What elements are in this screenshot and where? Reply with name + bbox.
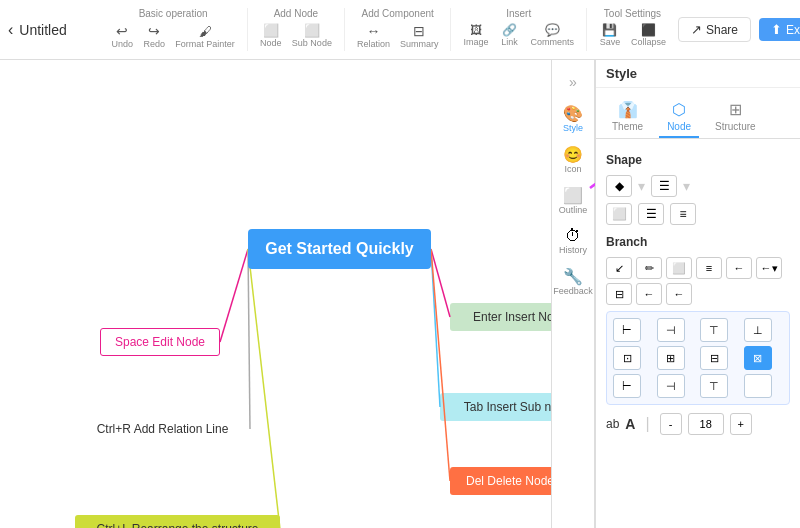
- layout-btn-0-2[interactable]: ⊤: [700, 318, 728, 342]
- font-size-separator: |: [645, 415, 649, 433]
- subnode-button[interactable]: ⬜Sub Node: [288, 21, 336, 50]
- branch-ctrl-rect-btn[interactable]: ⬜: [666, 257, 692, 279]
- branch-ctrl-left-btn[interactable]: ←: [726, 257, 752, 279]
- tab-node[interactable]: ⬡ Node: [659, 96, 699, 138]
- undo-button[interactable]: ↩Undo: [107, 21, 137, 51]
- svg-line-3: [220, 249, 248, 342]
- layout-btn-1-2[interactable]: ⊟: [700, 346, 728, 370]
- node-ctrl-l[interactable]: Ctrl+L Rearrange the structure: [75, 515, 280, 528]
- branch-ctrl-larrow2-btn[interactable]: ←: [666, 283, 692, 305]
- shape-row-2: ⬜ ☰ ≡: [606, 203, 790, 225]
- export-icon: ⬆: [771, 22, 782, 37]
- expand-button[interactable]: »: [569, 68, 577, 96]
- branch-controls-2: ⊟ ← ←: [606, 283, 790, 305]
- layout-btn-0-3[interactable]: ⊥: [744, 318, 772, 342]
- tab-theme[interactable]: 👔 Theme: [604, 96, 651, 138]
- font-size-input[interactable]: [688, 413, 724, 435]
- history-icon: ⏱: [565, 227, 581, 245]
- group-label-addcomp: Add Component: [362, 8, 434, 19]
- export-label: Export: [786, 23, 800, 37]
- strip-history-button[interactable]: ⏱ History: [553, 223, 593, 259]
- layout-btn-0-1[interactable]: ⊣: [657, 318, 685, 342]
- branch-ctrl-pen-btn[interactable]: ✏: [636, 257, 662, 279]
- export-button[interactable]: ⬆ Export: [759, 18, 800, 41]
- relation-button[interactable]: ↔Relation: [353, 21, 394, 51]
- toolbar: ‹ Untitled Basic operation ↩Undo ↪Redo 🖌…: [0, 0, 800, 60]
- svg-line-4: [248, 249, 250, 429]
- layout-btn-1-1[interactable]: ⊞: [657, 346, 685, 370]
- group-label-basic: Basic operation: [139, 8, 208, 19]
- feedback-icon: 🔧: [563, 267, 583, 286]
- node-ctrl-r[interactable]: Ctrl+R Add Relation Line: [75, 415, 250, 443]
- shape-section-title: Shape: [606, 153, 790, 167]
- layout-btn-1-3[interactable]: ⊠: [744, 346, 772, 370]
- branch-section-title: Branch: [606, 235, 790, 249]
- layout-btn-1-0[interactable]: ⊡: [613, 346, 641, 370]
- shape-lines-btn[interactable]: ☰: [651, 175, 677, 197]
- node-button[interactable]: ⬜Node: [256, 21, 286, 50]
- share-label: Share: [706, 23, 738, 37]
- collapse-button[interactable]: ⬛Collapse: [627, 21, 670, 49]
- group-add-component: Add Component ↔Relation ⊟Summary: [345, 8, 452, 51]
- branch-controls-1: ↙ ✏ ⬜ ≡ ← ←▾: [606, 257, 790, 279]
- redo-button[interactable]: ↪Redo: [139, 21, 169, 51]
- link-button[interactable]: 🔗Link: [494, 21, 524, 49]
- basic-items: ↩Undo ↪Redo 🖌Format Painter: [107, 21, 239, 51]
- node-space-edit-text: Space Edit Node: [115, 335, 205, 349]
- branch-ctrl-larrow-btn[interactable]: ←: [636, 283, 662, 305]
- save-button[interactable]: 💾Save: [595, 21, 625, 49]
- strip-icon-button[interactable]: 😊 Icon: [553, 141, 593, 178]
- shape-lines3-btn[interactable]: ≡: [670, 203, 696, 225]
- font-ab-label: ab: [606, 417, 619, 431]
- font-size-plus[interactable]: +: [730, 413, 752, 435]
- share-button[interactable]: ↗ Share: [678, 17, 751, 42]
- panel-title: Style: [606, 66, 637, 81]
- node-tab-label: Node: [667, 121, 691, 132]
- group-tool-settings: Tool Settings 💾Save ⬛Collapse: [587, 8, 678, 51]
- layout-btn-2-0[interactable]: ⊢: [613, 374, 641, 398]
- branch-ctrl-eq-btn[interactable]: ⊟: [606, 283, 632, 305]
- branch-ctrl-lines-btn[interactable]: ≡: [696, 257, 722, 279]
- format-painter-button[interactable]: 🖌Format Painter: [171, 22, 239, 51]
- layout-btn-0-0[interactable]: ⊢: [613, 318, 641, 342]
- image-button[interactable]: 🖼Image: [459, 21, 492, 49]
- layout-btn-2-1[interactable]: ⊣: [657, 374, 685, 398]
- font-size-minus[interactable]: -: [660, 413, 682, 435]
- shape-rect-btn[interactable]: ⬜: [606, 203, 632, 225]
- layout-btn-2-3[interactable]: [744, 374, 772, 398]
- font-row: ab A | - +: [606, 413, 790, 435]
- node-ctrl-l-text: Ctrl+L Rearrange the structure: [97, 522, 259, 528]
- center-node[interactable]: Get Started Quickly: [248, 229, 431, 269]
- shape-sep-2: ▾: [683, 178, 690, 194]
- branch-ctrl-arrow-btn[interactable]: ↙: [606, 257, 632, 279]
- node-ctrl-r-text: Ctrl+R Add Relation Line: [97, 422, 229, 436]
- theme-tab-label: Theme: [612, 121, 643, 132]
- svg-line-1: [431, 249, 440, 407]
- group-basic-operation: Basic operation ↩Undo ↪Redo 🖌Format Pain…: [99, 8, 248, 51]
- shape-lines2-btn[interactable]: ☰: [638, 203, 664, 225]
- share-icon: ↗: [691, 22, 702, 37]
- summary-button[interactable]: ⊟Summary: [396, 21, 443, 51]
- tools-items: 💾Save ⬛Collapse: [595, 21, 670, 49]
- theme-tab-icon: 👔: [618, 100, 638, 119]
- comments-button[interactable]: 💬Comments: [526, 21, 578, 49]
- strip-outline-button[interactable]: ⬜ Outline: [553, 182, 593, 219]
- structure-tab-icon: ⊞: [729, 100, 742, 119]
- strip-style-button[interactable]: 🎨 Style: [553, 100, 593, 137]
- node-del-delete-text: Del Delete Node: [466, 474, 554, 488]
- main-area: Get Started Quickly Enter Insert Node Sp…: [0, 60, 800, 528]
- connector-lines: [0, 60, 595, 528]
- canvas[interactable]: Get Started Quickly Enter Insert Node Sp…: [0, 60, 595, 528]
- back-button[interactable]: ‹: [8, 21, 13, 39]
- node-space-edit[interactable]: Space Edit Node: [100, 328, 220, 356]
- document-title[interactable]: Untitled: [19, 22, 79, 38]
- layout-btn-2-2[interactable]: ⊤: [700, 374, 728, 398]
- shape-diamond-btn[interactable]: ◆: [606, 175, 632, 197]
- tab-structure[interactable]: ⊞ Structure: [707, 96, 764, 138]
- strip-feedback-button[interactable]: 🔧 Feedback: [553, 263, 593, 300]
- sidebar-left-strip: » 🎨 Style 😊 Icon ⬜ Outline ⏱ History 🔧 F…: [551, 60, 595, 528]
- shape-sep-1: ▾: [638, 178, 645, 194]
- outline-icon: ⬜: [563, 186, 583, 205]
- addnode-items: ⬜Node ⬜Sub Node: [256, 21, 336, 50]
- branch-ctrl-leftdown-btn[interactable]: ←▾: [756, 257, 782, 279]
